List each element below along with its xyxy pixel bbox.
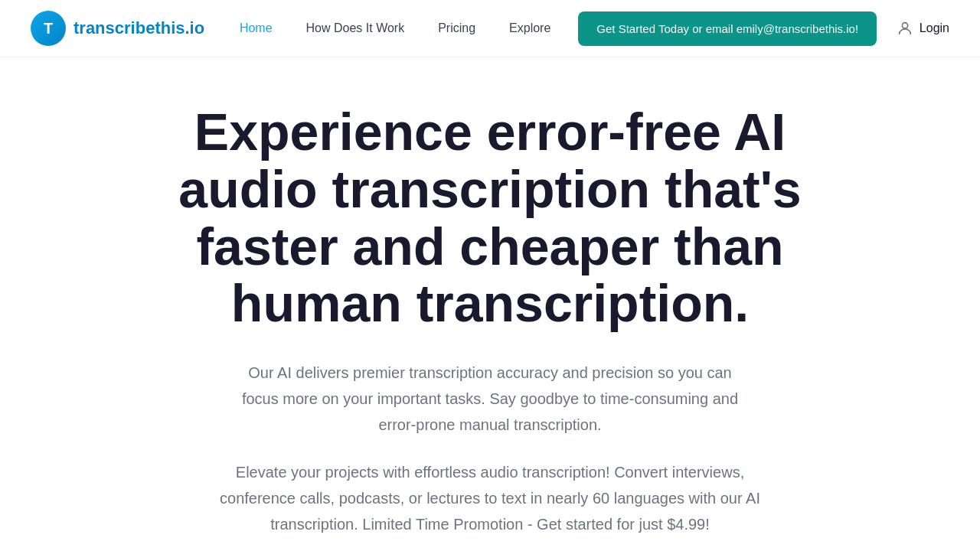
hero-section: Experience error-free AI audio transcrip… bbox=[0, 57, 980, 551]
nav-explore[interactable]: Explore bbox=[494, 14, 566, 43]
user-icon bbox=[897, 20, 913, 37]
logo-icon: T bbox=[31, 11, 66, 46]
logo-area[interactable]: T transcribethis.io bbox=[31, 11, 204, 46]
hero-title: Experience error-free AI audio transcrip… bbox=[145, 103, 835, 332]
login-label: Login bbox=[920, 21, 949, 35]
svg-point-0 bbox=[902, 23, 907, 28]
hero-subtitle: Our AI delivers premier transcription ac… bbox=[230, 360, 750, 438]
nav: Home How Does It Work Pricing Explore Ge… bbox=[224, 11, 877, 46]
nav-pricing[interactable]: Pricing bbox=[423, 14, 491, 43]
nav-cta-button[interactable]: Get Started Today or email emily@transcr… bbox=[578, 11, 877, 46]
hero-body: Elevate your projects with effortless au… bbox=[214, 459, 766, 537]
logo-text: transcribethis.io bbox=[74, 18, 204, 38]
header: T transcribethis.io Home How Does It Wor… bbox=[0, 0, 980, 57]
nav-how-it-works[interactable]: How Does It Work bbox=[291, 14, 420, 43]
login-area[interactable]: Login bbox=[897, 20, 949, 37]
nav-home[interactable]: Home bbox=[224, 14, 288, 43]
